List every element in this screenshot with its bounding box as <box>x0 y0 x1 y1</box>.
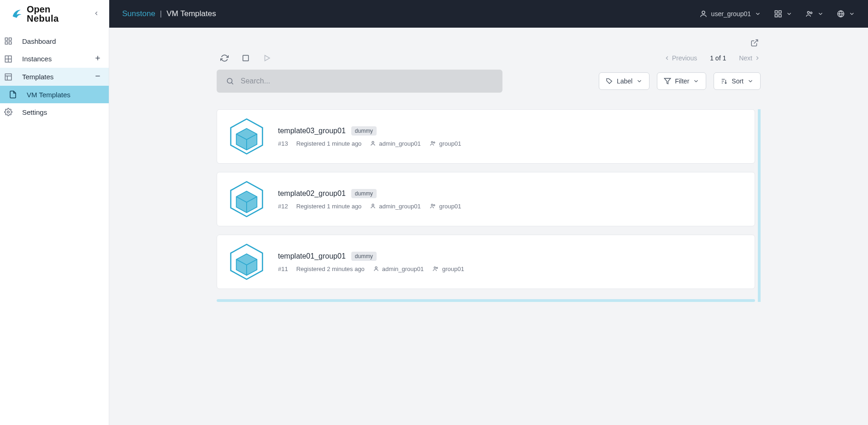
sidebar-item-settings[interactable]: Settings <box>0 103 109 121</box>
template-name: template01_group01 <box>278 252 346 260</box>
pager-previous[interactable]: Previous <box>664 54 697 62</box>
breadcrumb-sep: | <box>160 9 162 18</box>
sidebar-item-templates[interactable]: Templates <box>0 68 109 86</box>
search-row: Label Filter Sort <box>217 70 761 93</box>
template-card[interactable]: template01_group01 dummy #11 Registered … <box>217 235 755 289</box>
group-menu[interactable] <box>805 10 824 18</box>
svg-rect-24 <box>243 55 248 61</box>
logo-line1: Open <box>27 5 59 14</box>
minus-icon <box>94 72 101 81</box>
logo[interactable]: Open Nebula <box>11 5 59 23</box>
svg-marker-28 <box>665 78 671 84</box>
apps-icon <box>774 10 782 18</box>
card-icon <box>226 116 267 157</box>
svg-rect-16 <box>779 11 781 13</box>
template-group: group01 <box>432 266 464 272</box>
pager: Previous 1 of 1 Next <box>664 54 761 62</box>
chevron-down-icon <box>849 11 855 17</box>
filter-icon <box>664 77 671 85</box>
svg-point-41 <box>372 204 374 206</box>
external-link-button[interactable] <box>749 37 761 50</box>
topbar-actions: user_group01 <box>699 10 855 18</box>
svg-rect-1 <box>9 38 12 40</box>
play-icon <box>263 54 271 62</box>
user-name: user_group01 <box>711 10 751 18</box>
template-owner: admin_group01 <box>370 140 420 147</box>
tag-icon <box>606 77 613 85</box>
svg-point-42 <box>431 204 433 206</box>
label-text: Label <box>617 77 632 85</box>
pager-current: 1 of 1 <box>710 54 726 62</box>
chevron-down-icon <box>817 11 824 17</box>
svg-point-14 <box>702 11 705 14</box>
sidebar-item-vm-templates[interactable]: VM Templates <box>0 86 109 103</box>
svg-point-37 <box>433 142 435 143</box>
user-menu[interactable]: user_group01 <box>699 10 761 18</box>
sidebar-item-label: VM Templates <box>27 91 71 99</box>
sidebar-item-instances[interactable]: Instances <box>0 50 109 68</box>
search-icon <box>226 77 234 85</box>
label-button[interactable]: Label <box>599 72 650 90</box>
sidebar-collapse-button[interactable] <box>91 8 101 20</box>
svg-point-20 <box>810 12 812 14</box>
svg-point-49 <box>437 267 438 269</box>
user-icon <box>370 140 376 147</box>
grid-icon <box>4 55 13 63</box>
template-name: template02_group01 <box>278 189 346 198</box>
select-all-button[interactable] <box>242 54 250 62</box>
sort-text: Sort <box>732 77 744 85</box>
chevron-left-icon <box>664 55 670 61</box>
svg-point-36 <box>431 142 433 143</box>
template-badge: dummy <box>351 252 377 261</box>
group-icon <box>429 203 437 209</box>
sidebar: Open Nebula Dashboard Instances Template… <box>0 0 109 425</box>
svg-point-43 <box>433 205 435 206</box>
sidebar-item-label: Settings <box>22 108 101 116</box>
chevron-down-icon <box>636 78 643 84</box>
breadcrumb-app[interactable]: Sunstone <box>122 9 155 18</box>
apps-menu[interactable] <box>774 10 792 18</box>
chevron-down-icon <box>747 78 754 84</box>
chevron-left-icon <box>93 10 100 17</box>
svg-line-27 <box>231 83 233 84</box>
template-owner: admin_group01 <box>370 203 420 210</box>
template-icon <box>4 73 13 81</box>
card-body: template01_group01 dummy #11 Registered … <box>278 252 464 272</box>
template-card[interactable]: template02_group01 dummy #12 Registered … <box>217 172 755 226</box>
template-group: group01 <box>429 140 461 147</box>
refresh-button[interactable] <box>220 54 229 62</box>
sidebar-item-label: Instances <box>22 55 85 63</box>
sidebar-item-label: Templates <box>22 73 85 81</box>
zone-menu[interactable] <box>837 10 855 18</box>
chevron-down-icon <box>693 78 699 84</box>
template-registered: Registered 1 minute ago <box>296 140 362 147</box>
sidebar-item-dashboard[interactable]: Dashboard <box>0 32 109 50</box>
svg-rect-18 <box>779 15 781 17</box>
filter-button[interactable]: Filter <box>657 72 706 90</box>
globe-icon <box>837 10 845 18</box>
main: Sunstone | VM Templates user_group01 <box>109 0 868 425</box>
svg-marker-25 <box>265 55 270 61</box>
template-owner: admin_group01 <box>373 266 424 272</box>
sort-button[interactable]: Sort <box>714 72 761 90</box>
search-box[interactable] <box>217 70 502 93</box>
template-id: #12 <box>278 203 288 210</box>
user-icon <box>699 10 708 18</box>
svg-rect-3 <box>9 42 12 44</box>
external-link-icon <box>750 39 759 47</box>
plus-icon <box>94 54 101 63</box>
instantiate-button[interactable] <box>263 54 271 62</box>
card-icon <box>226 179 267 219</box>
logo-text: Open Nebula <box>27 5 59 23</box>
template-badge: dummy <box>351 126 377 136</box>
sidebar-header: Open Nebula <box>0 0 109 27</box>
pager-next[interactable]: Next <box>739 54 761 62</box>
breadcrumb-page: VM Templates <box>166 9 216 18</box>
template-card[interactable]: template03_group01 dummy #13 Registered … <box>217 109 755 164</box>
search-input[interactable] <box>241 77 493 85</box>
gear-icon <box>4 108 13 116</box>
svg-point-35 <box>372 142 374 143</box>
svg-point-26 <box>227 78 232 83</box>
cube-icon <box>227 117 266 156</box>
user-icon <box>370 203 376 209</box>
